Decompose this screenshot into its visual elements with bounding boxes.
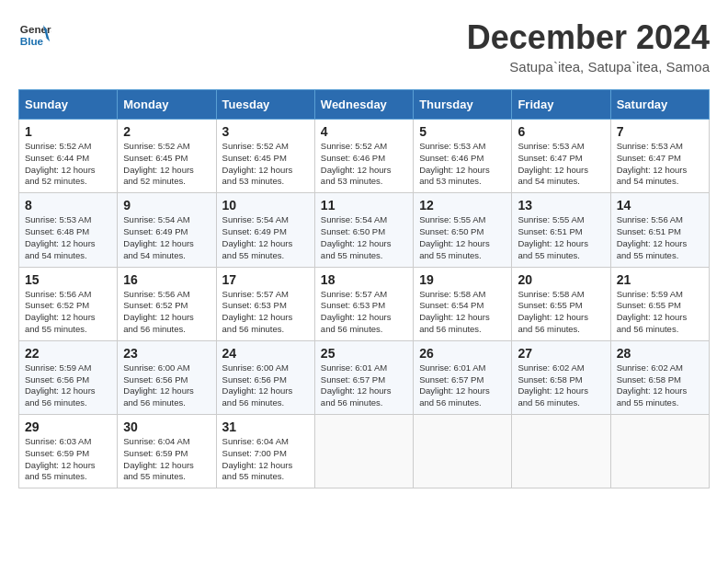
- day-number: 1: [25, 124, 111, 139]
- cell-content: Sunrise: 5:53 AMSunset: 6:46 PMDaylight:…: [419, 141, 506, 188]
- cell-content: Sunrise: 5:53 AMSunset: 6:48 PMDaylight:…: [25, 214, 111, 261]
- cell-content: Sunrise: 5:56 AMSunset: 6:52 PMDaylight:…: [25, 289, 111, 336]
- day-number: 8: [25, 198, 111, 213]
- day-number: 19: [419, 272, 506, 287]
- calendar-cell: 28Sunrise: 6:02 AMSunset: 6:58 PMDayligh…: [610, 340, 709, 414]
- calendar-cell: 18Sunrise: 5:57 AMSunset: 6:53 PMDayligh…: [314, 267, 413, 340]
- calendar-cell: 7Sunrise: 5:53 AMSunset: 6:47 PMDaylight…: [610, 120, 709, 193]
- day-number: 2: [123, 124, 210, 139]
- day-number: 21: [617, 272, 703, 287]
- calendar-cell: 13Sunrise: 5:55 AMSunset: 6:51 PMDayligh…: [512, 193, 610, 267]
- day-number: 24: [222, 346, 309, 361]
- calendar-cell: 30Sunrise: 6:04 AMSunset: 6:59 PMDayligh…: [118, 415, 216, 488]
- calendar-cell: 20Sunrise: 5:58 AMSunset: 6:55 PMDayligh…: [512, 267, 610, 340]
- cell-content: Sunrise: 5:55 AMSunset: 6:50 PMDaylight:…: [419, 214, 506, 261]
- calendar-cell: [314, 415, 413, 488]
- cell-content: Sunrise: 6:04 AMSunset: 7:00 PMDaylight:…: [222, 436, 309, 483]
- cell-content: Sunrise: 5:52 AMSunset: 6:44 PMDaylight:…: [25, 141, 111, 188]
- svg-text:Blue: Blue: [20, 35, 44, 47]
- calendar-cell: 24Sunrise: 6:00 AMSunset: 6:56 PMDayligh…: [216, 340, 314, 414]
- day-number: 18: [321, 272, 407, 287]
- cell-content: Sunrise: 6:00 AMSunset: 6:56 PMDaylight:…: [222, 362, 309, 409]
- day-number: 13: [518, 198, 604, 213]
- calendar-cell: 17Sunrise: 5:57 AMSunset: 6:53 PMDayligh…: [216, 267, 314, 340]
- day-number: 23: [123, 346, 210, 361]
- calendar-cell: 5Sunrise: 5:53 AMSunset: 6:46 PMDaylight…: [414, 120, 512, 193]
- cell-content: Sunrise: 6:02 AMSunset: 6:58 PMDaylight:…: [518, 362, 604, 409]
- cell-content: Sunrise: 6:03 AMSunset: 6:59 PMDaylight:…: [25, 436, 111, 483]
- header-row: SundayMondayTuesdayWednesdayThursdayFrid…: [19, 90, 710, 120]
- day-number: 22: [25, 346, 111, 361]
- logo-icon: General Blue: [18, 18, 51, 52]
- cell-content: Sunrise: 6:00 AMSunset: 6:56 PMDaylight:…: [123, 362, 210, 409]
- day-number: 30: [123, 419, 210, 434]
- page-header: General Blue December 2024 Satupa`itea, …: [18, 18, 710, 75]
- calendar-cell: [512, 415, 610, 488]
- cell-content: Sunrise: 5:54 AMSunset: 6:50 PMDaylight:…: [321, 214, 407, 261]
- header-monday: Monday: [118, 90, 216, 120]
- day-number: 5: [419, 124, 506, 139]
- header-saturday: Saturday: [610, 90, 709, 120]
- day-number: 11: [321, 198, 407, 213]
- calendar-table: SundayMondayTuesdayWednesdayThursdayFrid…: [18, 89, 710, 488]
- calendar-cell: 27Sunrise: 6:02 AMSunset: 6:58 PMDayligh…: [512, 340, 610, 414]
- calendar-cell: 2Sunrise: 5:52 AMSunset: 6:45 PMDaylight…: [118, 120, 216, 193]
- logo: General Blue: [18, 18, 51, 52]
- cell-content: Sunrise: 5:59 AMSunset: 6:55 PMDaylight:…: [617, 289, 703, 336]
- day-number: 7: [617, 124, 703, 139]
- calendar-cell: 31Sunrise: 6:04 AMSunset: 7:00 PMDayligh…: [216, 415, 314, 488]
- week-row-1: 1Sunrise: 5:52 AMSunset: 6:44 PMDaylight…: [19, 120, 710, 193]
- calendar-cell: 6Sunrise: 5:53 AMSunset: 6:47 PMDaylight…: [512, 120, 610, 193]
- cell-content: Sunrise: 5:58 AMSunset: 6:54 PMDaylight:…: [419, 289, 506, 336]
- calendar-cell: 8Sunrise: 5:53 AMSunset: 6:48 PMDaylight…: [19, 193, 118, 267]
- week-row-2: 8Sunrise: 5:53 AMSunset: 6:48 PMDaylight…: [19, 193, 710, 267]
- day-number: 28: [617, 346, 703, 361]
- header-wednesday: Wednesday: [314, 90, 413, 120]
- cell-content: Sunrise: 5:53 AMSunset: 6:47 PMDaylight:…: [518, 141, 604, 188]
- calendar-cell: 22Sunrise: 5:59 AMSunset: 6:56 PMDayligh…: [19, 340, 118, 414]
- calendar-cell: 15Sunrise: 5:56 AMSunset: 6:52 PMDayligh…: [19, 267, 118, 340]
- calendar-cell: 9Sunrise: 5:54 AMSunset: 6:49 PMDaylight…: [118, 193, 216, 267]
- day-number: 29: [25, 419, 111, 434]
- day-number: 4: [321, 124, 407, 139]
- calendar-title: December 2024: [467, 18, 710, 57]
- cell-content: Sunrise: 6:01 AMSunset: 6:57 PMDaylight:…: [419, 362, 506, 409]
- cell-content: Sunrise: 5:52 AMSunset: 6:46 PMDaylight:…: [321, 141, 407, 188]
- cell-content: Sunrise: 5:52 AMSunset: 6:45 PMDaylight:…: [123, 141, 210, 188]
- day-number: 9: [123, 198, 210, 213]
- title-section: December 2024 Satupa`itea, Satupa`itea, …: [467, 18, 710, 75]
- cell-content: Sunrise: 5:57 AMSunset: 6:53 PMDaylight:…: [222, 289, 309, 336]
- day-number: 20: [518, 272, 604, 287]
- week-row-4: 22Sunrise: 5:59 AMSunset: 6:56 PMDayligh…: [19, 340, 710, 414]
- calendar-cell: 4Sunrise: 5:52 AMSunset: 6:46 PMDaylight…: [314, 120, 413, 193]
- day-number: 16: [123, 272, 210, 287]
- cell-content: Sunrise: 5:59 AMSunset: 6:56 PMDaylight:…: [25, 362, 111, 409]
- day-number: 6: [518, 124, 604, 139]
- cell-content: Sunrise: 5:54 AMSunset: 6:49 PMDaylight:…: [123, 214, 210, 261]
- calendar-cell: 16Sunrise: 5:56 AMSunset: 6:52 PMDayligh…: [118, 267, 216, 340]
- calendar-cell: 12Sunrise: 5:55 AMSunset: 6:50 PMDayligh…: [414, 193, 512, 267]
- week-row-5: 29Sunrise: 6:03 AMSunset: 6:59 PMDayligh…: [19, 415, 710, 488]
- cell-content: Sunrise: 5:56 AMSunset: 6:51 PMDaylight:…: [617, 214, 703, 261]
- cell-content: Sunrise: 5:55 AMSunset: 6:51 PMDaylight:…: [518, 214, 604, 261]
- day-number: 31: [222, 419, 309, 434]
- calendar-cell: 11Sunrise: 5:54 AMSunset: 6:50 PMDayligh…: [314, 193, 413, 267]
- calendar-cell: 25Sunrise: 6:01 AMSunset: 6:57 PMDayligh…: [314, 340, 413, 414]
- day-number: 15: [25, 272, 111, 287]
- calendar-cell: [414, 415, 512, 488]
- cell-content: Sunrise: 6:04 AMSunset: 6:59 PMDaylight:…: [123, 436, 210, 483]
- calendar-cell: 3Sunrise: 5:52 AMSunset: 6:45 PMDaylight…: [216, 120, 314, 193]
- day-number: 25: [321, 346, 407, 361]
- cell-content: Sunrise: 5:53 AMSunset: 6:47 PMDaylight:…: [617, 141, 703, 188]
- day-number: 3: [222, 124, 309, 139]
- day-number: 26: [419, 346, 506, 361]
- cell-content: Sunrise: 5:58 AMSunset: 6:55 PMDaylight:…: [518, 289, 604, 336]
- calendar-cell: 23Sunrise: 6:00 AMSunset: 6:56 PMDayligh…: [118, 340, 216, 414]
- day-number: 17: [222, 272, 309, 287]
- calendar-cell: 21Sunrise: 5:59 AMSunset: 6:55 PMDayligh…: [610, 267, 709, 340]
- calendar-cell: 19Sunrise: 5:58 AMSunset: 6:54 PMDayligh…: [414, 267, 512, 340]
- header-tuesday: Tuesday: [216, 90, 314, 120]
- cell-content: Sunrise: 6:02 AMSunset: 6:58 PMDaylight:…: [617, 362, 703, 409]
- calendar-cell: 1Sunrise: 5:52 AMSunset: 6:44 PMDaylight…: [19, 120, 118, 193]
- day-number: 10: [222, 198, 309, 213]
